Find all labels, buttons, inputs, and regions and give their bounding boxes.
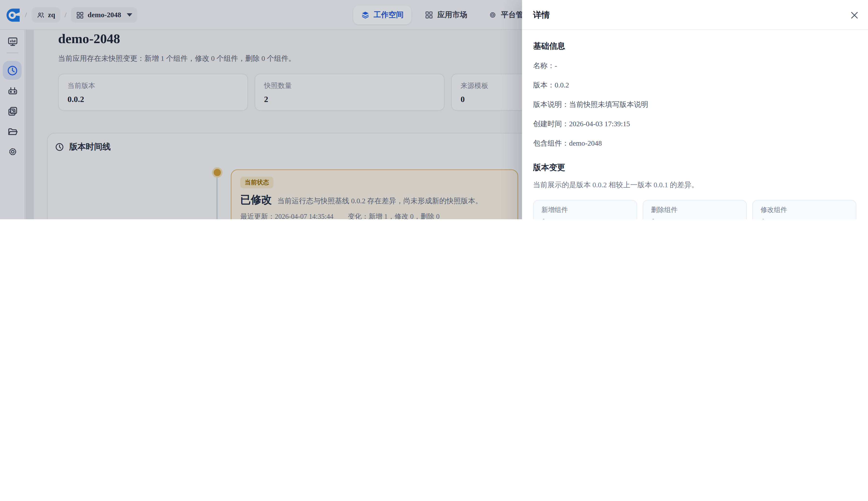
details-drawer: 详情 基础信息 名称：- 版本：0.0.2 版本说明：当前快照未填写版本说明 创… bbox=[522, 0, 868, 219]
stat-label: 修改组件 bbox=[761, 205, 848, 215]
drawer-title: 详情 bbox=[533, 10, 550, 20]
close-icon bbox=[850, 11, 858, 19]
basic-field-created-at: 创建时间：2026-04-03 17:39:15 bbox=[533, 119, 857, 129]
app-root: / zq / bbox=[0, 0, 868, 219]
basic-field-name: 名称：- bbox=[533, 61, 857, 71]
stat-value: 1 bbox=[761, 217, 848, 219]
basic-field-version-desc: 版本说明：当前快照未填写版本说明 bbox=[533, 99, 857, 109]
changes-stats-row: 新增组件 0 删除组件 0 修改组件 1 bbox=[533, 200, 857, 219]
stat-label: 删除组件 bbox=[651, 205, 738, 215]
section-basic-info-title: 基础信息 bbox=[533, 41, 857, 51]
basic-field-version: 版本：0.0.2 bbox=[533, 80, 857, 90]
stat-box-added: 新增组件 0 bbox=[533, 200, 637, 219]
stat-value: 0 bbox=[651, 217, 738, 219]
stat-label: 新增组件 bbox=[541, 205, 629, 215]
stat-value: 0 bbox=[541, 217, 629, 219]
drawer-body: 基础信息 名称：- 版本：0.0.2 版本说明：当前快照未填写版本说明 创建时间… bbox=[522, 30, 868, 219]
stat-box-deleted: 删除组件 0 bbox=[643, 200, 747, 219]
version-changes-desc: 当前展示的是版本 0.0.2 相较上一版本 0.0.1 的差异。 bbox=[533, 180, 857, 190]
section-version-changes-title: 版本变更 bbox=[533, 162, 857, 173]
drawer-header: 详情 bbox=[522, 0, 868, 30]
close-button[interactable] bbox=[848, 9, 860, 21]
stat-box-modified: 修改组件 1 bbox=[752, 200, 856, 219]
basic-field-components: 包含组件：demo-2048 bbox=[533, 138, 857, 148]
